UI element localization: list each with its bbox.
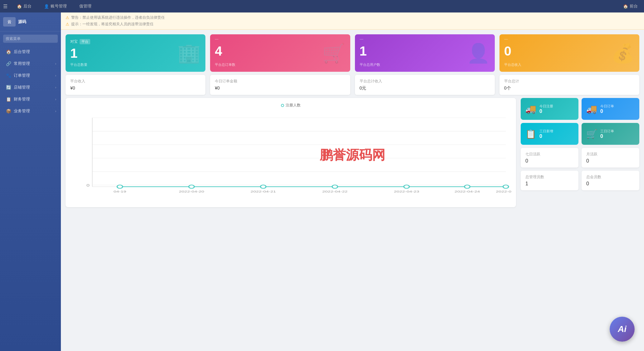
- plain-value-total-admin: 1: [525, 181, 574, 187]
- svg-text:2022-04-24: 2022-04-24: [455, 190, 480, 193]
- arrow-icon-finance: ›: [55, 98, 56, 101]
- mini-title-3day-order: 三日订单: [600, 129, 614, 134]
- content-area: ⚠ 警告：禁止使用该系统进行违法操作，违者自负法律责任 ⚠ 提示：一经发现，将追…: [61, 12, 644, 351]
- svg-text:04-19: 04-19: [114, 190, 126, 193]
- search-input[interactable]: [3, 35, 55, 43]
- plain-stat-total-admin: 总管理员数 1: [521, 171, 578, 190]
- info-icon: ⚠: [66, 22, 69, 27]
- store-menu-icon: 🔄: [6, 85, 11, 90]
- account-icon: 👤: [44, 4, 49, 9]
- mini-stat-row-mid: 📋 三日新增 0 🛒 三日订单 0: [521, 123, 639, 145]
- stat-card-users: 1 平台总用户数 👤: [355, 34, 495, 72]
- mini-stat-today-register: 🚚 今日注册 0: [521, 98, 578, 120]
- bottom-section: 鹏誉源码网 注册人数: [61, 98, 644, 212]
- warning-icon: ⚠: [66, 15, 69, 20]
- svg-text:2022-04-: 2022-04-: [496, 190, 511, 193]
- mini-value-3day-order: 0: [600, 134, 614, 139]
- truck-icon-1: 🚚: [525, 104, 536, 114]
- mini-stat-3day-order: 🛒 三日订单 0: [582, 123, 639, 145]
- stat-badge-orders: [215, 39, 219, 40]
- chart-svg: 0 04-19: [70, 111, 511, 198]
- stat-bg-icon-income: 💰: [611, 42, 635, 64]
- sidebar-item-business[interactable]: 📦 业务管理 ›: [0, 105, 61, 117]
- svg-text:2022-04-21: 2022-04-21: [251, 190, 276, 193]
- stat-label-orders: [215, 39, 345, 40]
- legend-dot: [281, 104, 284, 107]
- stats-cards-row: 对宝 平台 1 平台总数量 🏢 4 平台总订单数 🛒 1: [61, 30, 644, 72]
- nav-item-backend[interactable]: 🏠 后台: [14, 3, 35, 9]
- mini-stat-info-3day-order: 三日订单 0: [600, 129, 614, 139]
- info-title-platform-income: 平台收入: [70, 79, 201, 84]
- svg-text:2022-04-23: 2022-04-23: [394, 190, 419, 193]
- stat-bg-icon-users: 👤: [467, 42, 490, 64]
- alert-info: ⚠ 提示：一经发现，将追究相关人员的连带法律责任: [66, 21, 639, 27]
- nav-item-value-mgmt[interactable]: 值管理: [76, 3, 95, 9]
- plain-stat-total-members: 总会员数 0: [582, 171, 639, 190]
- stat-bg-icon-platform: 🏢: [177, 42, 201, 64]
- plain-value-total-members: 0: [586, 181, 635, 187]
- svg-text:2022-04-20: 2022-04-20: [179, 190, 204, 193]
- svg-point-12: [332, 185, 338, 188]
- stat-card-income: 0 平台总收入 💰: [499, 34, 639, 72]
- arrow-icon-order: ›: [55, 74, 56, 77]
- info-value-today-order: ¥0: [215, 85, 345, 90]
- plain-title-total-admin: 总管理员数: [525, 174, 574, 180]
- info-card-total-income: 平台总计收入 0元: [355, 75, 495, 95]
- info-value-total-income: 0元: [360, 85, 490, 91]
- svg-point-13: [404, 185, 410, 188]
- mini-title-today-register: 今日注册: [539, 104, 553, 109]
- mini-value-today-order: 0: [600, 109, 614, 114]
- mini-value-3day-register: 0: [539, 134, 553, 139]
- plain-title-total-members: 总会员数: [586, 174, 635, 180]
- sidebar-item-store[interactable]: 🔄 店铺管理 ›: [0, 81, 61, 93]
- info-card-total: 平台总计 0个: [499, 75, 639, 95]
- sidebar-item-order[interactable]: 🐾 订单管理 ›: [0, 70, 61, 81]
- info-card-platform-income: 平台收入 ¥0: [66, 75, 205, 95]
- sidebar-item-common[interactable]: 🔗 常用管理 ›: [0, 58, 61, 70]
- svg-point-9: [117, 185, 123, 188]
- truck-icon-2: 🚚: [586, 104, 597, 114]
- mini-stat-info-today-register: 今日注册 0: [539, 104, 553, 114]
- legend-item-register: 注册人数: [281, 103, 301, 108]
- info-value-total: 0个: [504, 85, 635, 91]
- menu-toggle-icon[interactable]: ☰: [3, 3, 7, 9]
- plain-stat-row-1: 七日活跃 0 月活跃 0: [521, 148, 639, 168]
- stat-badge-platform: 平台: [80, 39, 90, 44]
- sidebar-menu: 🏠 后台管理 🔗 常用管理 › 🐾 订单管理 › 🔄 店铺管理 › 📋 财务管理: [0, 46, 61, 351]
- svg-point-10: [189, 185, 194, 188]
- info-title-today-order: 今日订单金额: [215, 79, 345, 84]
- search-box[interactable]: 🔍: [3, 35, 58, 43]
- plain-stat-row-2: 总管理员数 1 总会员数 0: [521, 171, 639, 190]
- mini-stat-info-today-order: 今日订单 0: [600, 104, 614, 114]
- search-button[interactable]: 🔍: [55, 37, 58, 41]
- cart-icon: 🛒: [586, 129, 597, 139]
- sidebar: 云 源码 🔍 🏠 后台管理 🔗 常用管理 › 🐾 订单管理 › 🔄: [0, 12, 61, 351]
- arrow-icon-business: ›: [55, 110, 56, 113]
- order-menu-icon: 🐾: [6, 73, 11, 78]
- alert-section: ⚠ 警告：禁止使用该系统进行违法操作，违者自负法律责任 ⚠ 提示：一经发现，将追…: [61, 12, 644, 30]
- sidebar-logo: 云 源码: [0, 12, 61, 32]
- info-title-total: 平台总计: [504, 79, 635, 84]
- stat-label-income: [504, 39, 635, 40]
- mini-title-3day-register: 三日新增: [539, 129, 553, 134]
- mini-value-today-register: 0: [539, 109, 553, 114]
- backend-menu-icon: 🏠: [6, 49, 11, 54]
- info-row: 平台收入 ¥0 今日订单金额 ¥0 平台总计收入 0元 平台总计 0个: [61, 72, 644, 98]
- sidebar-item-backend[interactable]: 🏠 后台管理: [0, 46, 61, 58]
- common-menu-icon: 🔗: [6, 61, 11, 66]
- stat-label-users: [360, 39, 490, 40]
- sidebar-item-finance[interactable]: 📋 财务管理 ›: [0, 93, 61, 105]
- nav-item-frontend[interactable]: 🏠 前台: [620, 3, 641, 9]
- mini-title-today-order: 今日订单: [600, 104, 614, 109]
- info-card-today-order: 今日订单金额 ¥0: [210, 75, 350, 95]
- plain-value-7day-active: 0: [525, 158, 574, 164]
- chart-svg-wrapper: 0 04-19: [70, 111, 511, 198]
- mini-stat-info-3day-register: 三日新增 0: [539, 129, 553, 139]
- finance-menu-icon: 📋: [6, 97, 11, 102]
- svg-text:0: 0: [86, 184, 90, 188]
- nav-item-account[interactable]: 👤 账号管理: [41, 3, 70, 9]
- alert-warning: ⚠ 警告：禁止使用该系统进行违法操作，违者自负法律责任: [66, 14, 639, 21]
- mini-stat-row-top: 🚚 今日注册 0 🚚 今日订单 0: [521, 98, 639, 120]
- ai-badge: Ai: [610, 317, 635, 342]
- legend-label-register: 注册人数: [286, 103, 301, 108]
